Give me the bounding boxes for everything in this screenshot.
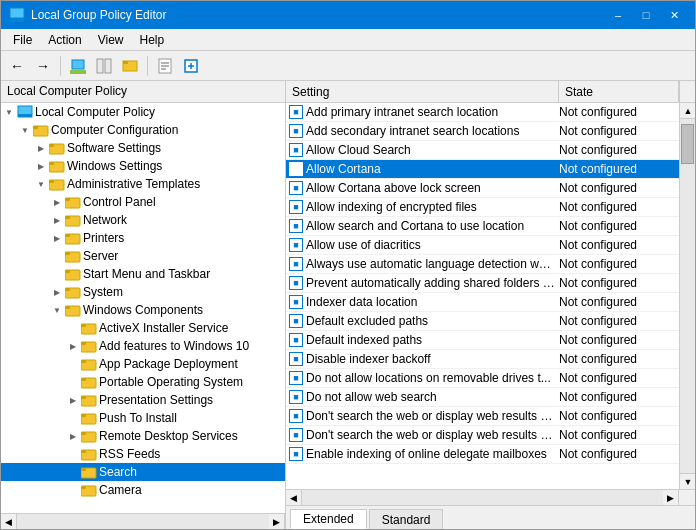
table-row[interactable]: ■Disable indexer backoffNot configured [286, 350, 679, 369]
col-header-setting[interactable]: Setting [286, 81, 559, 102]
tree-item-apd[interactable]: App Package Deployment [1, 355, 285, 373]
row-policy-icon: ■ [286, 331, 306, 350]
browse-button[interactable] [118, 54, 142, 78]
tree-expander-srv[interactable] [49, 248, 65, 264]
tree-expander-pos[interactable] [65, 374, 81, 390]
menu-view[interactable]: View [90, 31, 132, 49]
table-row[interactable]: ■Don't search the web or display web res… [286, 426, 679, 445]
hscroll-track[interactable] [17, 514, 269, 529]
tree-expander-prn[interactable]: ▶ [49, 230, 65, 246]
tree-item-smt[interactable]: Start Menu and Taskbar [1, 265, 285, 283]
tree-container[interactable]: ▼Local Computer Policy▼Computer Configur… [1, 103, 285, 513]
tree-expander-at[interactable]: ▼ [33, 176, 49, 192]
table-row[interactable]: ■Add primary intranet search locationNot… [286, 103, 679, 122]
vscroll-track[interactable] [680, 119, 695, 473]
table-row[interactable]: ■Allow Cortana above lock screenNot conf… [286, 179, 679, 198]
menu-file[interactable]: File [5, 31, 40, 49]
tree-item-prn[interactable]: ▶Printers [1, 229, 285, 247]
up-button[interactable] [66, 54, 90, 78]
table-row[interactable]: ■Enable indexing of online delegate mail… [286, 445, 679, 464]
table-row[interactable]: ■Indexer data locationNot configured [286, 293, 679, 312]
tree-expander-apd[interactable] [65, 356, 81, 372]
tree-expander-ws[interactable]: ▶ [33, 158, 49, 174]
table-row[interactable]: ■Default excluded pathsNot configured [286, 312, 679, 331]
vscroll-down-arrow[interactable]: ▼ [680, 473, 695, 489]
tree-label-wc: Windows Components [83, 303, 203, 317]
table-row[interactable]: ■Do not allow web searchNot configured [286, 388, 679, 407]
tree-expander-wc[interactable]: ▼ [49, 302, 65, 318]
tree-expander-lcp[interactable]: ▼ [1, 104, 17, 120]
tree-label-search: Search [99, 465, 137, 479]
tab-standard[interactable]: Standard [369, 509, 444, 529]
vscroll-thumb[interactable] [681, 124, 694, 164]
tree-label-cam: Camera [99, 483, 142, 497]
table-row[interactable]: ■Prevent automatically adding shared fol… [286, 274, 679, 293]
tree-item-cam[interactable]: Camera [1, 481, 285, 499]
tree-item-rds[interactable]: ▶Remote Desktop Services [1, 427, 285, 445]
svg-rect-2 [72, 60, 84, 69]
back-button[interactable]: ← [5, 54, 29, 78]
row-setting-state: Not configured [559, 181, 679, 195]
table-row[interactable]: ■Default indexed pathsNot configured [286, 331, 679, 350]
table-row[interactable]: ■Allow use of diacriticsNot configured [286, 236, 679, 255]
menu-action[interactable]: Action [40, 31, 89, 49]
tree-item-lcp[interactable]: ▼Local Computer Policy [1, 103, 285, 121]
tree-item-pti[interactable]: Push To Install [1, 409, 285, 427]
tree-item-at[interactable]: ▼Administrative Templates [1, 175, 285, 193]
tree-item-wc[interactable]: ▼Windows Components [1, 301, 285, 319]
row-setting-name: Prevent automatically adding shared fold… [306, 276, 559, 290]
tree-expander-cam[interactable] [65, 482, 81, 498]
tree-expander-afw[interactable]: ▶ [65, 338, 81, 354]
menu-help[interactable]: Help [132, 31, 173, 49]
table-row[interactable]: ■Don't search the web or display web res… [286, 407, 679, 426]
table-row[interactable]: ■Allow CortanaNot configured [286, 160, 679, 179]
forward-button[interactable]: → [31, 54, 55, 78]
tree-item-ss[interactable]: ▶Software Settings [1, 139, 285, 157]
tree-expander-sys[interactable]: ▶ [49, 284, 65, 300]
tree-item-ais[interactable]: ActiveX Installer Service [1, 319, 285, 337]
tab-extended[interactable]: Extended [290, 509, 367, 529]
tree-expander-cc[interactable]: ▼ [17, 122, 33, 138]
tree-expander-ss[interactable]: ▶ [33, 140, 49, 156]
table-hscroll-right[interactable]: ▶ [663, 490, 679, 506]
table-hscroll-track[interactable] [302, 490, 663, 505]
tree-expander-net[interactable]: ▶ [49, 212, 65, 228]
tree-expander-ps[interactable]: ▶ [65, 392, 81, 408]
table-row[interactable]: ■Allow Cloud SearchNot configured [286, 141, 679, 160]
tree-expander-rds[interactable]: ▶ [65, 428, 81, 444]
tree-item-ws[interactable]: ▶Windows Settings [1, 157, 285, 175]
tree-item-sys[interactable]: ▶System [1, 283, 285, 301]
table-row[interactable]: ■Allow search and Cortana to use locatio… [286, 217, 679, 236]
tree-expander-pti[interactable] [65, 410, 81, 426]
show-hide-button[interactable] [92, 54, 116, 78]
tree-item-ps[interactable]: ▶Presentation Settings [1, 391, 285, 409]
close-button[interactable]: ✕ [661, 6, 687, 24]
table-row[interactable]: ■Allow indexing of encrypted filesNot co… [286, 198, 679, 217]
tree-item-cp[interactable]: ▶Control Panel [1, 193, 285, 211]
col-header-state[interactable]: State [559, 81, 679, 102]
tree-item-cc[interactable]: ▼Computer Configuration [1, 121, 285, 139]
vscroll-up-arrow[interactable]: ▲ [680, 103, 695, 119]
tree-item-search[interactable]: Search [1, 463, 285, 481]
tree-item-srv[interactable]: Server [1, 247, 285, 265]
minimize-button[interactable]: – [605, 6, 631, 24]
hscroll-right-arrow[interactable]: ▶ [269, 514, 285, 529]
tree-item-rss[interactable]: RSS Feeds [1, 445, 285, 463]
tree-item-afw[interactable]: ▶Add features to Windows 10 [1, 337, 285, 355]
table-row[interactable]: ■Do not allow locations on removable dri… [286, 369, 679, 388]
tree-expander-smt[interactable] [49, 266, 65, 282]
tree-expander-ais[interactable] [65, 320, 81, 336]
tree-item-pos[interactable]: Portable Operating System [1, 373, 285, 391]
properties-button[interactable] [179, 54, 203, 78]
tree-expander-cp[interactable]: ▶ [49, 194, 65, 210]
tree-expander-rss[interactable] [65, 446, 81, 462]
table-row[interactable]: ■Add secondary intranet search locations… [286, 122, 679, 141]
table-hscroll-left[interactable]: ◀ [286, 490, 302, 506]
table-container[interactable]: ■Add primary intranet search locationNot… [286, 103, 679, 489]
maximize-button[interactable]: □ [633, 6, 659, 24]
tree-item-net[interactable]: ▶Network [1, 211, 285, 229]
hscroll-left-arrow[interactable]: ◀ [1, 514, 17, 529]
tree-expander-search[interactable] [65, 464, 81, 480]
description-button[interactable] [153, 54, 177, 78]
table-row[interactable]: ■Always use automatic language detection… [286, 255, 679, 274]
